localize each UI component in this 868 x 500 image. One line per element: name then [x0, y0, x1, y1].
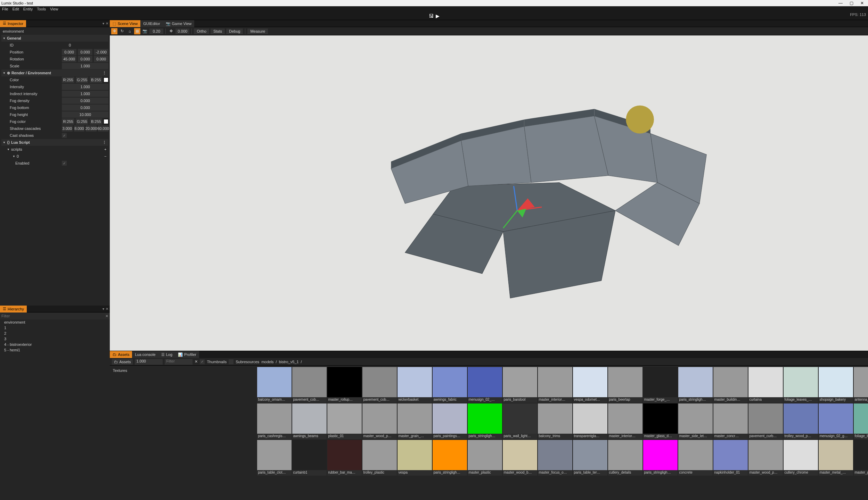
pos-y[interactable]: 0.000 — [78, 49, 92, 55]
zoom-input[interactable]: 🗀Assets — [112, 359, 133, 365]
asset-thumb[interactable]: awnings_fabric — [433, 367, 467, 403]
asset-thumb[interactable]: pavement_curb… — [748, 403, 783, 439]
asset-thumb[interactable]: menusign_02_g… — [819, 403, 853, 439]
asset-thumb[interactable]: master_interior… — [608, 403, 642, 439]
asset-thumb[interactable]: master_forge_… — [643, 367, 678, 403]
color-r[interactable]: R:255 — [62, 77, 74, 83]
rot-y[interactable]: 0.000 — [78, 56, 92, 62]
speed-input[interactable]: 0.20 — [149, 28, 163, 34]
hier-item[interactable]: environment — [0, 319, 110, 325]
filter-input[interactable] — [1, 314, 105, 318]
color-b[interactable]: B:255 — [90, 77, 102, 83]
asset-thumb[interactable]: paris_barstool — [503, 367, 537, 403]
asset-thumb[interactable]: napkinholder_01 — [713, 440, 748, 476]
asset-thumb[interactable]: vespa — [398, 440, 432, 476]
tab-assets[interactable]: 🗀Assets — [110, 351, 132, 358]
fogcolor-r[interactable]: R:255 — [62, 118, 74, 125]
hierarchy-tab[interactable]: ☰ Hierarchy — [0, 306, 27, 312]
asset-thumb[interactable]: paris_table_clot… — [257, 440, 292, 476]
asset-thumb[interactable]: curtainb1 — [292, 440, 327, 476]
search-input[interactable]: Filter — [165, 359, 193, 365]
fog-density[interactable]: 0.000 — [62, 98, 108, 104]
close-icon[interactable]: ✕ — [106, 307, 108, 311]
cascade-3[interactable]: 60.000 — [98, 125, 109, 132]
indirect-intensity[interactable]: 1.000 — [62, 91, 108, 97]
tab-gui-editor[interactable]: GUIEditor — [140, 20, 163, 27]
tab-lua-console[interactable]: Lua console — [132, 351, 158, 358]
breadcrumb[interactable]: bistro_v5_1 — [279, 360, 299, 364]
asset-thumb[interactable]: balcony_trims — [538, 403, 572, 439]
fogcolor-g[interactable]: G:255 — [76, 118, 88, 125]
asset-thumb[interactable]: paris_stringligh… — [678, 367, 713, 403]
asset-thumb[interactable]: foliage_linde_tr… — [854, 403, 868, 439]
rot-z[interactable]: 0.000 — [94, 56, 108, 62]
tab-log[interactable]: ☰Log — [158, 351, 175, 358]
menu-edit[interactable]: Edit — [13, 7, 19, 11]
asset-thumb[interactable]: plastic_01 — [327, 403, 362, 439]
menu-icon[interactable]: ⋮ — [103, 140, 108, 145]
color-g[interactable]: G:255 — [76, 77, 88, 83]
home-icon[interactable]: ⌂ — [126, 28, 133, 34]
pos-z[interactable]: -2.000 — [94, 49, 108, 55]
cascade-0[interactable]: 3.000 — [62, 125, 73, 132]
step-input[interactable]: 0.000 — [175, 28, 189, 34]
camera-icon[interactable]: 📷 — [142, 28, 148, 34]
asset-thumb[interactable]: paris_cashregis… — [257, 403, 292, 439]
hier-item[interactable]: 5 - hemi1 — [0, 347, 110, 353]
asset-thumb[interactable]: master_wood_p… — [362, 403, 397, 439]
menu-icon[interactable]: ⋮ — [103, 71, 108, 75]
cascade-2[interactable]: 20.000 — [86, 125, 97, 132]
asset-thumb[interactable]: wickerbasket — [398, 367, 432, 403]
asset-thumb[interactable]: master_side_let… — [678, 403, 713, 439]
measure-button[interactable]: Measure — [247, 28, 268, 34]
subresources-checkbox[interactable] — [229, 359, 234, 364]
thumbnails-checkbox[interactable] — [200, 359, 205, 364]
hier-item[interactable]: 4 - bistroexterior — [0, 342, 110, 347]
asset-thumb[interactable]: rubber_bar_ma… — [327, 440, 362, 476]
tab-game-view[interactable]: 📷Game View — [163, 20, 195, 27]
lua-header[interactable]: ▼⟨⟩Lua Script⋮ — [1, 139, 108, 146]
scale[interactable]: 1.000 — [62, 63, 108, 69]
asset-thumb[interactable]: foliage_leaves_… — [784, 367, 818, 403]
asset-thumb[interactable]: trolley_wood_p… — [784, 403, 818, 439]
asset-thumb[interactable]: paris_beertap — [608, 367, 642, 403]
asset-thumb[interactable]: master_focus_o… — [538, 440, 572, 476]
asset-thumb[interactable]: awnings_beams — [292, 403, 327, 439]
fogcolor-b[interactable]: B:255 — [90, 118, 102, 125]
close-button[interactable]: ✕ — [860, 1, 864, 6]
fogcolor-swatch[interactable] — [104, 119, 108, 124]
asset-thumb[interactable]: paris_wall_light… — [503, 403, 537, 439]
asset-thumb[interactable]: master_metal_… — [819, 440, 853, 476]
inspector-tab[interactable]: ☰ Inspector — [0, 20, 26, 27]
cast-shadows-checkbox[interactable] — [62, 133, 67, 138]
minimize-button[interactable]: — — [838, 1, 843, 6]
enabled-checkbox[interactable] — [62, 161, 67, 166]
asset-thumb[interactable]: master_glass_d… — [643, 403, 678, 439]
asset-thumb[interactable]: master_plastic — [468, 440, 502, 476]
pos-x[interactable]: 0.000 — [62, 49, 76, 55]
asset-thumb[interactable]: master_buildin… — [713, 367, 748, 403]
rot-x[interactable]: 45.000 — [62, 56, 76, 62]
dropdown-icon[interactable]: ▾ — [103, 22, 104, 25]
asset-thumb[interactable]: cutlery_chrome — [784, 440, 818, 476]
fog-height[interactable]: 10.000 — [62, 111, 108, 118]
hier-item[interactable]: 1 — [0, 325, 110, 331]
debug-button[interactable]: Debug — [226, 28, 243, 34]
asset-thumb[interactable]: balcony_ornam… — [257, 367, 292, 403]
grid-icon[interactable]: ▦ — [134, 28, 140, 34]
filter-input[interactable]: 1.000 — [135, 359, 163, 365]
3d-viewport[interactable] — [110, 35, 868, 351]
asset-thumb[interactable]: paris_paintings… — [433, 403, 467, 439]
render-env-header[interactable]: ▼⊕Render / Environment⋮ — [1, 69, 108, 76]
asset-thumb[interactable]: master_grain_… — [398, 403, 432, 439]
hier-item[interactable]: 2 — [0, 331, 110, 336]
asset-thumb[interactable]: concrete — [678, 440, 713, 476]
close-icon[interactable]: ✕ — [106, 22, 108, 25]
menu-file[interactable]: File — [2, 7, 8, 11]
cascade-1[interactable]: 8.000 — [74, 125, 85, 132]
asset-thumb[interactable]: master_concr… — [713, 403, 748, 439]
dropdown-icon[interactable]: ▾ — [103, 307, 104, 311]
ortho-button[interactable]: Ortho — [194, 28, 209, 34]
add-icon[interactable]: + — [104, 147, 108, 151]
menu-entity[interactable]: Entity — [23, 7, 33, 11]
